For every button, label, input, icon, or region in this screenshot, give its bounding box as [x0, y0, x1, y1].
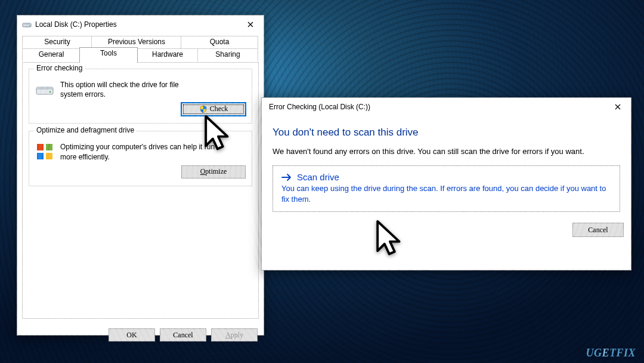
tab-sharing[interactable]: Sharing [197, 48, 258, 61]
svg-point-5 [49, 91, 51, 93]
apply-button[interactable]: Apply [211, 328, 258, 342]
check-button-label: Check [210, 104, 228, 113]
svg-rect-6 [37, 144, 44, 150]
svg-point-2 [29, 25, 30, 26]
cancel-button[interactable]: Cancel [572, 223, 624, 237]
scan-drive-desc: You can keep using the drive during the … [281, 183, 611, 204]
properties-titlebar[interactable]: Local Disk (C:) Properties [17, 16, 264, 33]
arrow-right-icon [281, 173, 292, 182]
drive-icon [22, 20, 32, 29]
error-checking-subtext: We haven't found any errors on this driv… [273, 147, 620, 156]
error-checking-dialog: Error Checking (Local Disk (C:)) You don… [261, 97, 631, 270]
cancel-button[interactable]: Cancel [160, 328, 206, 342]
shield-uac-icon [199, 105, 208, 113]
svg-rect-1 [23, 23, 31, 24]
svg-rect-7 [46, 144, 52, 150]
close-icon [247, 21, 253, 27]
tab-strip: Security Previous Versions Quota General… [22, 36, 259, 62]
optimize-group: Optimize and defragment drive Optimizing… [29, 131, 252, 186]
ok-button[interactable]: OK [109, 328, 155, 342]
hdd-icon [35, 80, 54, 99]
error-checking-body: You don't need to scan this drive We hav… [262, 116, 631, 218]
scan-drive-option[interactable]: Scan drive You can keep using the drive … [273, 165, 620, 212]
tab-general[interactable]: General [22, 48, 80, 61]
svg-rect-9 [46, 153, 52, 159]
watermark: UGETFIX [586, 347, 636, 358]
properties-button-row: OK Cancel Apply [17, 324, 264, 346]
error-checking-group-title: Error checking [34, 64, 85, 72]
tab-hardware[interactable]: Hardware [137, 48, 199, 61]
optimize-text: Optimizing your computer's drives can he… [60, 142, 227, 161]
close-button[interactable] [605, 98, 631, 116]
svg-rect-4 [36, 87, 53, 90]
error-checking-group: Error checking This option will check th… [29, 69, 252, 124]
tab-quota[interactable]: Quota [181, 36, 258, 49]
close-icon [615, 104, 621, 110]
properties-title: Local Disk (C:) Properties [35, 20, 237, 29]
error-checking-titlebar[interactable]: Error Checking (Local Disk (C:)) [262, 98, 631, 116]
check-button[interactable]: Check [181, 103, 246, 116]
properties-window: Local Disk (C:) Properties Security Prev… [17, 15, 264, 336]
error-checking-button-row: Cancel [262, 218, 631, 239]
optimize-group-title: Optimize and defragment drive [34, 126, 137, 134]
optimize-button[interactable]: Optimize [181, 165, 246, 179]
close-button[interactable] [237, 16, 264, 33]
tools-panel: Error checking This option will check th… [22, 62, 259, 319]
svg-rect-8 [37, 153, 44, 159]
defrag-icon [35, 142, 54, 161]
error-checking-text: This option will check the drive for fil… [60, 80, 191, 99]
scan-drive-title: Scan drive [297, 172, 339, 182]
tab-tools[interactable]: Tools [79, 47, 138, 63]
error-checking-headline: You don't need to scan this drive [273, 127, 620, 139]
error-checking-title: Error Checking (Local Disk (C:)) [267, 103, 605, 111]
